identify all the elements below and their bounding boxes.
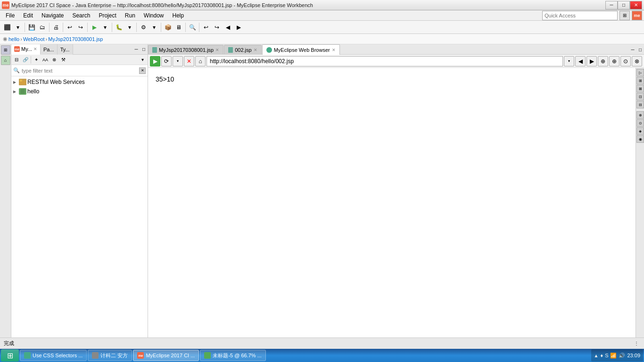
search-button[interactable]: 🔍	[187, 22, 198, 33]
outer-btn-9[interactable]: ◉	[636, 135, 644, 143]
debug-dropdown[interactable]: ▾	[124, 22, 135, 33]
browser-refresh-dropdown[interactable]: ▾	[173, 56, 183, 66]
taskbar-item-keji[interactable]: 计科二 安方	[88, 350, 132, 361]
outer-btn-5[interactable]: ⊟	[636, 101, 644, 108]
undo-button[interactable]: ↩	[65, 22, 75, 33]
start-button[interactable]: ⊞	[1, 349, 19, 362]
browser-forward-btn[interactable]: ▶	[586, 56, 597, 66]
outer-btn-6[interactable]: ⊕	[636, 111, 644, 119]
browser-home-btn[interactable]: ⌂	[195, 56, 206, 66]
close-button[interactable]: ✕	[630, 1, 642, 9]
close-tab-browser[interactable]: ✕	[332, 48, 336, 52]
outer-btn-7[interactable]: ⊙	[636, 119, 644, 127]
aa-btn[interactable]: AA	[41, 56, 50, 64]
browser-back-btn[interactable]: ◀	[575, 56, 586, 66]
browser-tab-icon	[266, 47, 272, 53]
run-button[interactable]: ▶	[89, 22, 99, 33]
print-button[interactable]: 🖨	[51, 22, 61, 33]
menu-search[interactable]: Search	[68, 11, 94, 20]
new-explorer-btn[interactable]: ✦	[32, 56, 41, 64]
tray-icon-3: 📶	[610, 353, 617, 359]
debug-button[interactable]: 🐛	[114, 22, 124, 33]
toolbar-group-1: ⬛ ▾	[2, 22, 23, 33]
link-editor-btn[interactable]: 🔗	[21, 56, 30, 64]
menu-project[interactable]: Project	[95, 11, 120, 20]
minimize-editor[interactable]: ─	[629, 46, 636, 53]
breadcrumb-hello[interactable]: hello	[8, 36, 19, 42]
outer-btn-1[interactable]: ▷	[636, 69, 644, 76]
new-dropdown[interactable]: ▾	[13, 22, 23, 33]
save-all-button[interactable]: 🗂	[37, 22, 48, 33]
minimize-button[interactable]: ─	[605, 1, 618, 9]
browser-menu-4[interactable]: ⊗	[632, 56, 642, 66]
ext-tools-button[interactable]: ⚙	[138, 22, 149, 33]
filters-btn[interactable]: ⊗	[50, 56, 58, 64]
tree-item-hello[interactable]: ▶ hello	[11, 87, 148, 96]
myeclipse-icon-button[interactable]: me	[632, 11, 642, 20]
browser-menu-2[interactable]: ⊕	[609, 56, 619, 66]
outer-btn-8[interactable]: ◈	[636, 127, 644, 135]
editor-tab-002[interactable]: 002.jsp ✕	[224, 45, 261, 54]
filter-input[interactable]	[22, 68, 137, 74]
perspective-button[interactable]: ⊞	[619, 11, 630, 20]
customize-btn[interactable]: ⚒	[59, 56, 67, 64]
quick-access-input[interactable]	[542, 11, 618, 20]
outer-btn-2[interactable]: ⊞	[636, 77, 644, 84]
perspective-icon-1[interactable]: ⊞	[1, 45, 10, 55]
new-button[interactable]: ⬛	[2, 22, 12, 33]
collapse-all-btn[interactable]: ⊟	[12, 56, 21, 64]
taskbar-item-browser[interactable]: Use CSS Selectors ...	[20, 350, 87, 361]
status-btn[interactable]: ⋮	[633, 340, 640, 347]
menu-help[interactable]: Help	[169, 11, 188, 20]
ext-dropdown[interactable]: ▾	[149, 22, 159, 33]
outer-btn-4[interactable]: ⊡	[636, 93, 644, 100]
menu-file[interactable]: File	[2, 11, 18, 20]
breadcrumb-webroot[interactable]: WebRoot	[23, 36, 45, 42]
close-tab-myjsp[interactable]: ✕	[215, 48, 219, 52]
server-button[interactable]: 🖥	[173, 22, 184, 33]
taskbar-item-myeclipse[interactable]: me MyEclipse 2017 CI ...	[133, 350, 199, 361]
browser-menu-1[interactable]: ⊕	[598, 56, 608, 66]
editor-tab-myjsp[interactable]: MyJsp20170308001.jsp ✕	[148, 45, 223, 54]
minimize-explorer[interactable]: ─	[132, 46, 140, 53]
editor-tab-browser[interactable]: MyEclipse Web Browser ✕	[262, 44, 340, 55]
menu-edit[interactable]: Edit	[19, 11, 37, 20]
save-button[interactable]: 💾	[26, 22, 37, 33]
toolbar-btn-b[interactable]: ↪	[212, 22, 222, 33]
perspective-icon-2[interactable]: ⌂	[1, 56, 10, 65]
toolbar-btn-a[interactable]: ↩	[201, 22, 211, 33]
menu-run[interactable]: Run	[121, 11, 139, 20]
toolbar-sep-8	[185, 23, 186, 32]
tree-item-restful[interactable]: ▶ RESTful Web Services	[11, 77, 148, 87]
maximize-explorer[interactable]: □	[140, 46, 148, 53]
menu-navigate[interactable]: Navigate	[38, 11, 67, 20]
maximize-editor[interactable]: □	[636, 46, 644, 53]
explorer-tab-pa[interactable]: Pa...	[41, 44, 58, 55]
explorer-toolbar: ⊟ 🔗 ✦ AA ⊗ ⚒ ▾	[11, 55, 148, 65]
tray-show-hidden[interactable]: ▲	[594, 353, 599, 358]
close-tab-my[interactable]: ✕	[33, 47, 37, 51]
close-tab-002[interactable]: ✕	[254, 48, 257, 52]
url-dropdown-btn[interactable]: ▾	[564, 56, 574, 66]
menu-window[interactable]: Window	[140, 11, 168, 20]
tree-label-restful: RESTful Web Services	[27, 79, 85, 85]
url-input[interactable]	[206, 56, 563, 66]
explorer-tab-my[interactable]: me My... ✕	[11, 44, 41, 55]
maximize-button[interactable]: □	[618, 1, 630, 9]
breadcrumb-file[interactable]: MyJsp20170308001.jsp	[48, 36, 103, 42]
browser-menu-3[interactable]: ⊙	[620, 56, 631, 66]
outer-btn-3[interactable]: ⊠	[636, 85, 644, 92]
toolbar-btn-d[interactable]: ▶	[233, 22, 244, 33]
filter-clear-btn[interactable]: ✕	[139, 67, 146, 74]
clock: 23:09	[627, 353, 640, 358]
taskbar-item-notitle[interactable]: 未标题-5 @ 66.7% ...	[200, 350, 265, 361]
browser-stop-btn[interactable]: ✕	[184, 56, 194, 66]
toolbar-btn-c[interactable]: ◀	[223, 22, 233, 33]
browser-refresh-btn[interactable]: ⟳	[161, 56, 172, 66]
view-menu-btn[interactable]: ▾	[138, 56, 147, 64]
run-dropdown[interactable]: ▾	[100, 22, 110, 33]
deploy-button[interactable]: 📦	[163, 22, 173, 33]
browser-run-btn[interactable]: ▶	[150, 56, 160, 66]
explorer-tab-ty[interactable]: Ty...	[58, 44, 73, 55]
redo-button[interactable]: ↪	[75, 22, 86, 33]
